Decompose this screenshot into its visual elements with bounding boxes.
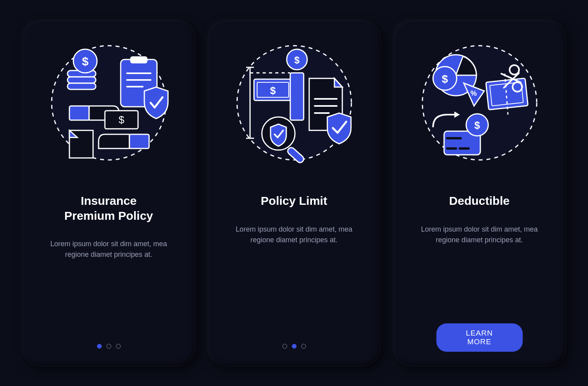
svg-rect-12 (69, 106, 89, 120)
pager-dot-3[interactable] (301, 344, 306, 349)
svg-text:$: $ (474, 119, 480, 131)
svg-rect-2 (67, 83, 96, 89)
pager-dot-1[interactable] (97, 344, 102, 349)
onboarding-title: Insurance Premium Policy (64, 193, 153, 223)
pager (22, 344, 195, 349)
svg-text:$: $ (270, 85, 276, 96)
document-fold-icon (69, 130, 93, 158)
pager-dot-1[interactable] (282, 344, 287, 349)
onboarding-screen-1: $ $ (22, 20, 196, 366)
svg-rect-8 (130, 56, 147, 63)
onboarding-screen-2: $ $ (207, 20, 381, 366)
svg-text:$: $ (82, 55, 88, 68)
pager (208, 344, 381, 349)
onboarding-description: Lorem ipsum dolor sit dim amet, mea regi… (229, 224, 359, 245)
insurance-premium-illustration: $ $ (46, 36, 172, 170)
bar-coin-icon: $ (287, 49, 307, 120)
svg-text:$: $ (442, 73, 448, 85)
learn-more-button[interactable]: LEARN MORE (436, 323, 523, 352)
pager-dot-2[interactable] (106, 344, 111, 349)
onboarding-description: Lorem ipsum dolor sit dim amet, mea regi… (44, 239, 174, 260)
bill-icon: $ (254, 79, 292, 100)
svg-text:%: % (470, 89, 476, 97)
svg-text:$: $ (294, 55, 300, 65)
deductible-illustration: $ % (416, 36, 543, 170)
onboarding-title: Policy Limit (261, 193, 327, 208)
policy-limit-illustration: $ $ (231, 36, 357, 170)
pager-dot-3[interactable] (116, 344, 121, 349)
svg-rect-25 (290, 73, 304, 120)
svg-text:$: $ (118, 114, 124, 126)
svg-rect-3 (67, 77, 96, 83)
svg-rect-15 (129, 134, 149, 148)
onboarding-screen-3: $ % (393, 20, 566, 366)
pager-dot-2[interactable] (292, 344, 297, 349)
onboarding-description: Lorem ipsum dolor sit dim amet, mea regi… (414, 224, 545, 245)
onboarding-title: Deductible (449, 193, 510, 208)
